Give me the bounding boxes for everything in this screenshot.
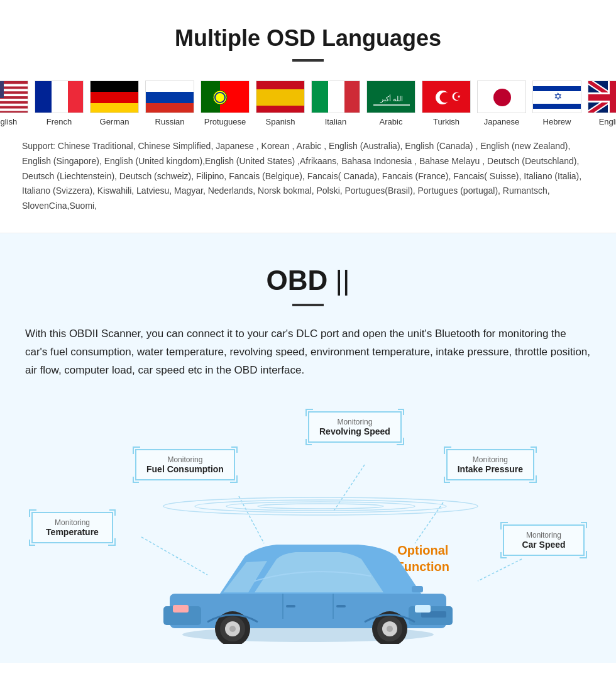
flag-label-spanish: Spanish (266, 117, 295, 126)
car-svg (145, 506, 471, 644)
svg-rect-61 (415, 605, 431, 613)
svg-point-56 (258, 504, 383, 509)
flag-gb (588, 80, 616, 113)
svg-rect-47 (588, 94, 616, 101)
flags-row: English French German (19, 80, 597, 126)
flag-item-arabic: الله أكبر Arabic (366, 80, 415, 126)
flag-label-french: French (47, 117, 72, 126)
svg-rect-9 (52, 81, 68, 113)
flag-it (311, 80, 360, 113)
obd-section: OBD || With this OBDII Scanner, you can … (0, 233, 616, 663)
osd-section: Multiple OSD Languages English (0, 0, 616, 233)
svg-point-55 (226, 502, 415, 511)
svg-rect-3 (0, 94, 28, 96)
svg-rect-23 (312, 81, 328, 113)
svg-point-71 (229, 626, 236, 632)
corner-tr-temperature (109, 509, 116, 516)
svg-rect-15 (146, 92, 194, 103)
flag-label-portuguese: Protuguese (204, 117, 246, 126)
flag-us (0, 80, 28, 113)
monitor-carspeed: Monitoring Car Speed (503, 524, 585, 556)
svg-rect-67 (336, 605, 346, 607)
svg-rect-12 (91, 92, 138, 103)
flag-jp (477, 80, 526, 113)
flag-item-english-gb: English (588, 80, 616, 126)
flag-item-japanese: Japanese (477, 80, 526, 126)
svg-rect-66 (286, 605, 295, 607)
svg-rect-36 (533, 86, 581, 91)
flag-label-hebrew: Hebrew (543, 117, 571, 126)
corner-bl-fuel (133, 477, 139, 483)
svg-rect-1 (0, 84, 28, 87)
svg-rect-10 (68, 81, 83, 113)
svg-rect-16 (146, 103, 194, 113)
svg-rect-5 (0, 104, 28, 106)
monitor-carspeed-name: Car Speed (522, 540, 565, 550)
svg-line-52 (478, 559, 522, 581)
corner-tr-revolving (398, 409, 404, 415)
obd-description: With this OBDII Scanner, you can connect… (25, 325, 591, 380)
osd-title: Multiple OSD Languages (19, 25, 597, 52)
monitor-revolving: Monitoring Revolving Speed (308, 411, 402, 443)
monitor-temperature-name: Temperature (46, 527, 99, 537)
flag-il: ✡ (532, 80, 581, 113)
flag-de (90, 80, 139, 113)
monitor-revolving-label: Monitoring (337, 418, 372, 426)
flag-label-italian: Italian (325, 117, 347, 126)
support-text: Support: Chinese Traditional, Chinese Si… (19, 139, 597, 214)
corner-bl-revolving (305, 439, 312, 445)
svg-point-34 (493, 89, 511, 106)
flag-item-spanish: Spanish (256, 80, 305, 126)
osd-divider (292, 59, 324, 62)
monitor-revolving-box: Monitoring Revolving Speed (308, 411, 402, 443)
svg-rect-6 (0, 109, 28, 111)
flag-label-russian: Russian (155, 117, 185, 126)
ripple-svg (145, 465, 497, 516)
flag-item-german: German (90, 80, 139, 126)
svg-rect-14 (146, 81, 194, 92)
flag-label-arabic: Arabic (380, 117, 403, 126)
flag-item-hebrew: ✡ Hebrew (532, 80, 581, 126)
obd-title-prefix: OBD (267, 265, 336, 296)
flag-label-german: German (100, 117, 129, 126)
svg-rect-25 (344, 81, 360, 113)
obd-title: OBD || (25, 265, 591, 296)
monitor-temperature-label: Monitoring (55, 518, 90, 527)
svg-rect-13 (91, 103, 138, 113)
svg-point-31 (440, 92, 451, 103)
monitor-fuel-label: Monitoring (167, 455, 202, 464)
corner-tr-intake (531, 446, 537, 453)
flag-tr: ☪ (422, 80, 471, 113)
svg-rect-76 (412, 586, 423, 592)
flag-item-turkish: ☪ Turkish (422, 80, 471, 126)
flag-label-japanese: Japanese (484, 117, 519, 126)
flag-es (256, 80, 305, 113)
corner-tr-carspeed (581, 522, 587, 528)
flag-fr (35, 80, 84, 113)
flag-item-english-us: English (0, 80, 28, 126)
svg-rect-22 (256, 89, 304, 106)
corner-bl-temperature (29, 540, 35, 546)
obd-title-suffix: || (336, 265, 350, 296)
svg-rect-63 (173, 605, 189, 613)
monitor-revolving-name: Revolving Speed (319, 426, 390, 436)
svg-point-75 (387, 626, 393, 632)
flag-item-portuguese: Protuguese (201, 80, 250, 126)
flag-ru (145, 80, 194, 113)
flag-pt (201, 80, 250, 113)
monitor-carspeed-label: Monitoring (526, 531, 561, 540)
flag-label-turkish: Turkish (433, 117, 459, 126)
monitor-temperature: Monitoring Temperature (31, 512, 113, 543)
flag-item-french: French (35, 80, 84, 126)
svg-rect-24 (328, 81, 344, 113)
svg-text:☪: ☪ (451, 91, 461, 103)
svg-rect-11 (91, 81, 138, 92)
monitor-temperature-box: Monitoring Temperature (31, 512, 113, 543)
obd-divider (292, 304, 324, 306)
svg-rect-2 (0, 89, 28, 91)
flag-label-english-us: English (0, 117, 17, 126)
flag-ar: الله أكبر (366, 80, 415, 113)
monitor-intake-label: Monitoring (473, 455, 508, 464)
corner-tr-fuel (231, 446, 238, 453)
flag-item-russian: Russian (145, 80, 194, 126)
